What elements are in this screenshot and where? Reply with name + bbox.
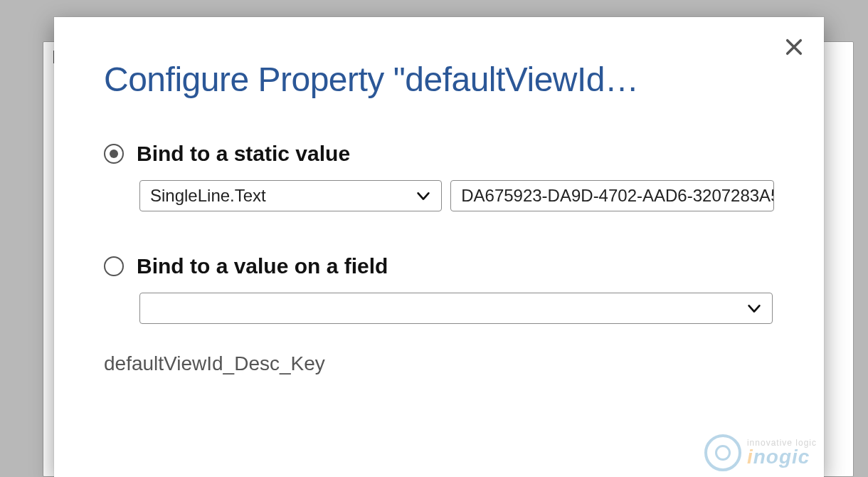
chevron-down-icon: [746, 300, 762, 316]
watermark-logo: innovative logic iinogicnogic: [704, 434, 817, 471]
configure-property-dialog: Configure Property "defaultViewId… Bind …: [54, 17, 824, 477]
chevron-down-icon: [416, 188, 431, 204]
option-bind-static[interactable]: Bind to a static value: [104, 142, 774, 166]
option-bind-field[interactable]: Bind to a value on a field: [104, 254, 774, 278]
backdrop: D Configure Property "defaultViewId… Bin…: [0, 0, 868, 477]
watermark-tagline: innovative logic: [747, 439, 817, 447]
field-select[interactable]: [139, 293, 773, 324]
radio-bind-field[interactable]: [104, 256, 124, 276]
watermark-brand: iinogicnogic: [747, 447, 817, 467]
description-key-label: defaultViewId_Desc_Key: [104, 352, 774, 375]
static-value-input[interactable]: DA675923-DA9D-4702-AAD6-3207283A5: [450, 180, 774, 211]
option-bind-static-label: Bind to a static value: [137, 142, 350, 166]
close-icon[interactable]: [784, 37, 804, 57]
watermark-ring-icon: [704, 434, 741, 471]
static-type-select[interactable]: SingleLine.Text: [139, 180, 442, 211]
static-value-text: DA675923-DA9D-4702-AAD6-3207283A5: [461, 186, 774, 206]
static-type-select-value: SingleLine.Text: [150, 186, 266, 206]
dialog-title: Configure Property "defaultViewId…: [104, 60, 774, 99]
static-value-fields: SingleLine.Text DA675923-DA9D-4702-AAD6-…: [139, 180, 774, 211]
option-bind-field-label: Bind to a value on a field: [137, 254, 388, 278]
radio-bind-static[interactable]: [104, 144, 124, 164]
